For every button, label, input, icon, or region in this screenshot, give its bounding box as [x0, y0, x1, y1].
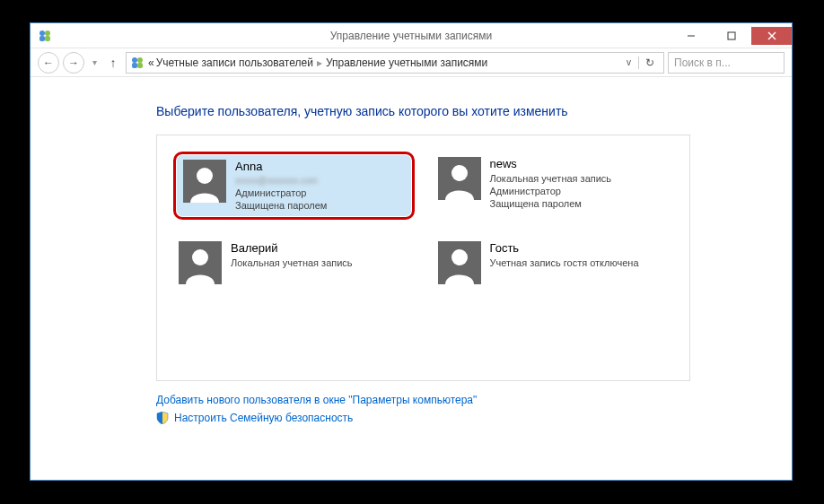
address-bar[interactable]: « Учетные записи пользователей ▸ Управле… — [126, 52, 664, 74]
titlebar: Управление учетными записями — [31, 23, 792, 48]
navbar: ← → ▾ ↑ « Учетные записи пользователей ▸… — [31, 48, 792, 77]
user-type: Локальная учетная запись — [231, 256, 353, 269]
user-name: Гость — [490, 241, 639, 256]
user-status: Защищена паролем — [490, 197, 612, 210]
avatar-icon — [438, 241, 481, 284]
resize-cursor-icon: ↔ — [804, 262, 822, 282]
user-type: Локальная учетная запись — [490, 172, 612, 185]
avatar-icon — [183, 160, 226, 203]
action-links: Добавить нового пользователя в окне "Пар… — [156, 394, 792, 424]
svg-point-0 — [39, 30, 45, 36]
maximize-button[interactable] — [711, 27, 751, 45]
add-user-link[interactable]: Добавить нового пользователя в окне "Пар… — [156, 394, 792, 406]
user-email: xxxxx@xxxxxxx.com — [235, 175, 327, 187]
avatar-icon — [179, 241, 222, 284]
svg-point-13 — [197, 168, 213, 184]
user-item-news[interactable]: news Локальная учетная запись Администра… — [433, 152, 674, 220]
svg-rect-3 — [45, 36, 50, 41]
window: Управление учетными записями ← → ▾ ↑ « У… — [30, 22, 793, 481]
app-icon — [38, 29, 52, 43]
svg-rect-10 — [132, 63, 137, 68]
search-placeholder: Поиск в п... — [674, 56, 731, 69]
breadcrumb-item[interactable]: Учетные записи пользователей — [156, 56, 313, 69]
shield-icon — [156, 412, 169, 424]
address-icon — [130, 56, 145, 70]
link-text: Настроить Семейную безопасность — [174, 412, 353, 424]
family-safety-link[interactable]: Настроить Семейную безопасность — [156, 412, 792, 424]
user-name: news — [490, 157, 612, 172]
user-item-guest[interactable]: Гость Учетная запись гостя отключена — [433, 236, 674, 290]
up-button[interactable]: ↑ — [104, 54, 122, 72]
user-item-anna[interactable]: Anna xxxxx@xxxxxxx.com Администратор Защ… — [173, 152, 415, 220]
link-text: Добавить нового пользователя в окне "Пар… — [156, 394, 477, 406]
search-input[interactable]: Поиск в п... — [668, 52, 785, 74]
user-name: Anna — [235, 160, 327, 175]
history-dropdown[interactable]: ▾ — [88, 52, 101, 74]
svg-rect-11 — [137, 63, 143, 68]
forward-button[interactable]: → — [63, 52, 84, 74]
user-role: Администратор — [235, 187, 327, 199]
user-name: Валерий — [231, 241, 353, 256]
back-button[interactable]: ← — [38, 52, 59, 74]
user-status: Учетная запись гостя отключена — [490, 256, 639, 269]
svg-point-9 — [137, 57, 143, 63]
close-button[interactable] — [751, 27, 792, 45]
breadcrumb-prefix[interactable]: « — [148, 56, 154, 69]
refresh-button[interactable]: ↻ — [638, 56, 660, 69]
svg-point-17 — [192, 249, 208, 265]
user-status: Защищена паролем — [235, 199, 327, 212]
svg-point-15 — [451, 165, 468, 181]
breadcrumb: « Учетные записи пользователей ▸ Управле… — [148, 56, 619, 69]
page-heading: Выберите пользователя, учетную запись ко… — [156, 104, 792, 118]
avatar-icon — [438, 157, 481, 200]
svg-point-1 — [45, 30, 50, 36]
svg-rect-5 — [728, 32, 735, 39]
address-dropdown[interactable]: v — [623, 57, 635, 67]
user-item-valeriy[interactable]: Валерий Локальная учетная запись — [173, 236, 415, 290]
minimize-button[interactable] — [671, 27, 711, 45]
chevron-right-icon: ▸ — [315, 56, 324, 69]
content-area: Выберите пользователя, учетную запись ко… — [31, 77, 792, 424]
user-role: Администратор — [490, 185, 612, 197]
breadcrumb-item[interactable]: Управление учетными записями — [326, 56, 487, 69]
svg-point-8 — [132, 57, 137, 63]
svg-point-19 — [451, 249, 468, 265]
user-list-box: Anna xxxxx@xxxxxxx.com Администратор Защ… — [156, 135, 690, 381]
svg-rect-2 — [39, 36, 45, 41]
